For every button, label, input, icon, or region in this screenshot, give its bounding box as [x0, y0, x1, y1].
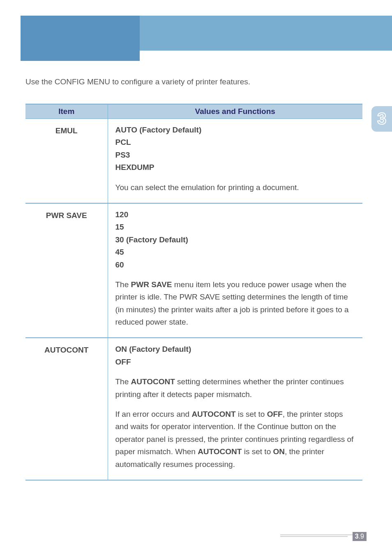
desc-text: If an error occurs and AUTOCONT is set t… — [115, 408, 355, 471]
p2-b3: AUTOCONT — [198, 447, 242, 456]
config-menu-table: Item Values and Functions EMUL AUTO (Fac… — [25, 104, 362, 481]
p2-pre: If an error occurs and — [115, 410, 192, 418]
values-autocont: ON (Factory Default) OFF The AUTOCONT se… — [108, 338, 362, 480]
header-block — [21, 16, 140, 61]
default-value: 120 — [115, 209, 355, 221]
page-chapter: 3 — [355, 533, 359, 540]
item-autocont: AUTOCONT — [25, 338, 108, 480]
table-row: PWR SAVE 120 15 30 (Factory Default) 45 … — [25, 203, 362, 338]
values-pwrsave: 120 15 30 (Factory Default) 45 60 The PW… — [108, 203, 362, 338]
default-value: HEXDUMP — [115, 161, 355, 174]
p2-mid3: is set to — [242, 447, 273, 456]
default-value: 15 — [115, 221, 355, 233]
footer-rule-2 — [280, 536, 348, 537]
values-emul: AUTO (Factory Default) PCL PS3 HEXDUMP Y… — [108, 119, 362, 203]
page-number: 3.9 — [353, 532, 367, 541]
item-emul: EMUL — [25, 119, 108, 203]
desc-text: The PWR SAVE menu item lets you reduce p… — [115, 279, 355, 329]
p2-mid1: is set to — [236, 410, 267, 418]
default-value: ON (Factory Default) — [115, 343, 355, 355]
header-item: Item — [25, 104, 108, 119]
badge-digit: 3 — [377, 109, 386, 128]
desc-text: You can select the emulation for printin… — [115, 181, 355, 194]
default-value: PS3 — [115, 149, 355, 161]
desc-text: The AUTOCONT setting determines whether … — [115, 376, 355, 401]
p2-b1: AUTOCONT — [191, 410, 235, 418]
chapter-badge: 3 — [371, 106, 392, 132]
default-value: OFF — [115, 356, 355, 368]
page-sub: .9 — [359, 533, 364, 540]
default-value: AUTO (Factory Default) — [115, 124, 355, 136]
p1-bold: AUTOCONT — [131, 377, 175, 386]
table-row: AUTOCONT ON (Factory Default) OFF The AU… — [25, 338, 362, 480]
default-value: PCL — [115, 136, 355, 149]
desc-bold: PWR SAVE — [131, 280, 172, 289]
p2-b4: ON — [273, 447, 285, 456]
intro-text: Use the CONFIG MENU to configure a varie… — [25, 77, 367, 86]
table-header-row: Item Values and Functions — [25, 104, 362, 119]
p1-pre: The — [115, 377, 131, 386]
default-value: 30 (Factory Default) — [115, 234, 355, 246]
item-pwrsave: PWR SAVE — [25, 203, 108, 338]
table-row: EMUL AUTO (Factory Default) PCL PS3 HEXD… — [25, 119, 362, 203]
header-values: Values and Functions — [108, 104, 362, 119]
desc-pre: The — [115, 280, 131, 289]
default-value: 45 — [115, 246, 355, 258]
chapter-number-icon: 3 — [375, 109, 389, 128]
default-value: 60 — [115, 259, 355, 271]
p2-b2: OFF — [267, 410, 283, 418]
